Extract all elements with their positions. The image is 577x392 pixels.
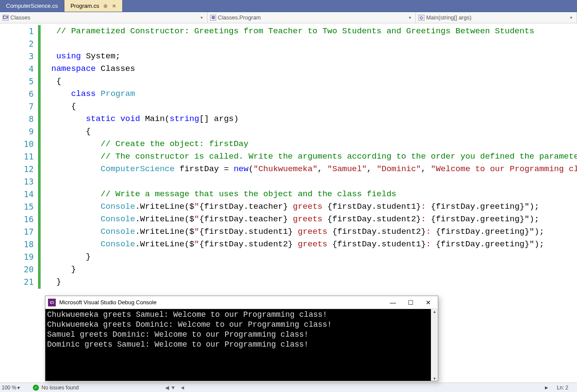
line-number: 1: [0, 25, 34, 38]
tab-program[interactable]: Program.cs ⊕ ✕: [64, 0, 123, 12]
scroll-up-icon[interactable]: ▴: [434, 309, 436, 314]
console-output: Chukwuemeka greets Samuel: Welcome to ou…: [45, 309, 438, 351]
console-title-text: Microsoft Visual Studio Debug Console: [59, 299, 156, 306]
console-body: Chukwuemeka greets Samuel: Welcome to ou…: [45, 309, 438, 381]
status-bar: 100 % ▾ ✓ No issues found ◀ ▼ ◄ ► Ln: 2: [0, 382, 577, 392]
scroll-left-icon[interactable]: ◄: [180, 385, 185, 391]
console-scrollbar[interactable]: ▴ ▾: [431, 309, 438, 381]
console-titlebar[interactable]: C\ Microsoft Visual Studio Debug Console…: [45, 296, 438, 309]
class-dropdown[interactable]: ⚙ Classes.Program ▾: [207, 12, 416, 23]
method-icon: ◇: [418, 15, 424, 21]
method-dropdown[interactable]: ◇ Main(string[] args) ▾: [416, 12, 577, 23]
line-number: 11: [0, 150, 34, 163]
tab-label: Program.cs: [70, 3, 99, 9]
line-number: 15: [0, 201, 34, 213]
chevron-down-icon: ▾: [570, 15, 572, 20]
close-icon[interactable]: ✕: [112, 3, 116, 9]
scope-label: Classes: [10, 14, 30, 21]
chevron-down-icon: ▾: [17, 385, 20, 391]
line-number: 7: [0, 100, 34, 113]
scroll-down-icon[interactable]: ▾: [434, 376, 436, 381]
line-number: 16: [0, 213, 34, 226]
line-number: 6: [0, 88, 34, 100]
scroll-right-icon[interactable]: ►: [544, 385, 549, 391]
line-number: 20: [0, 263, 34, 276]
vs-icon: C\: [48, 299, 56, 306]
zoom-level[interactable]: 100 % ▾: [2, 385, 20, 391]
check-icon: ✓: [33, 385, 39, 391]
csharp-icon: C#: [3, 15, 9, 21]
line-number: 8: [0, 113, 34, 125]
line-number: 21: [0, 276, 34, 288]
tab-label: ComputerScience.cs: [6, 3, 58, 9]
code-navigation-bar: C# Classes ▾ ⚙ Classes.Program ▾ ◇ Main(…: [0, 12, 577, 23]
pin-icon[interactable]: ⊕: [103, 3, 108, 9]
line-number: 5: [0, 75, 34, 88]
tab-computerscience[interactable]: ComputerScience.cs: [0, 0, 64, 12]
minimize-icon[interactable]: —: [390, 299, 396, 306]
issues-label[interactable]: No issues found: [41, 385, 79, 391]
line-number: 10: [0, 138, 34, 150]
line-number: 19: [0, 251, 34, 263]
close-icon[interactable]: ✕: [426, 299, 431, 306]
class-label: Classes.Program: [218, 14, 261, 21]
document-tab-bar: ComputerScience.cs Program.cs ⊕ ✕: [0, 0, 577, 12]
error-nav-icon[interactable]: ◀ ▼: [165, 385, 175, 391]
line-number: 3: [0, 50, 34, 63]
scope-dropdown[interactable]: C# Classes ▾: [0, 12, 207, 23]
zoom-label: 100 %: [2, 385, 16, 391]
line-number: 9: [0, 125, 34, 138]
chevron-down-icon: ▾: [409, 15, 411, 20]
line-number-gutter: 1 2 3 4 5 6 7 8 9 10 11 12 13 14 15 16 1…: [0, 23, 38, 382]
chevron-down-icon: ▾: [201, 15, 203, 20]
line-number: 13: [0, 175, 34, 188]
class-icon: ⚙: [210, 15, 216, 21]
line-number: 12: [0, 163, 34, 175]
line-number: 14: [0, 188, 34, 201]
method-label: Main(string[] args): [426, 14, 472, 21]
line-number: 18: [0, 238, 34, 251]
line-number: 2: [0, 38, 34, 50]
debug-console-window[interactable]: C\ Microsoft Visual Studio Debug Console…: [45, 296, 438, 381]
line-number: 4: [0, 63, 34, 75]
maximize-icon[interactable]: ☐: [408, 299, 414, 306]
line-number: 17: [0, 226, 34, 238]
cursor-position: Ln: 2: [557, 385, 568, 391]
